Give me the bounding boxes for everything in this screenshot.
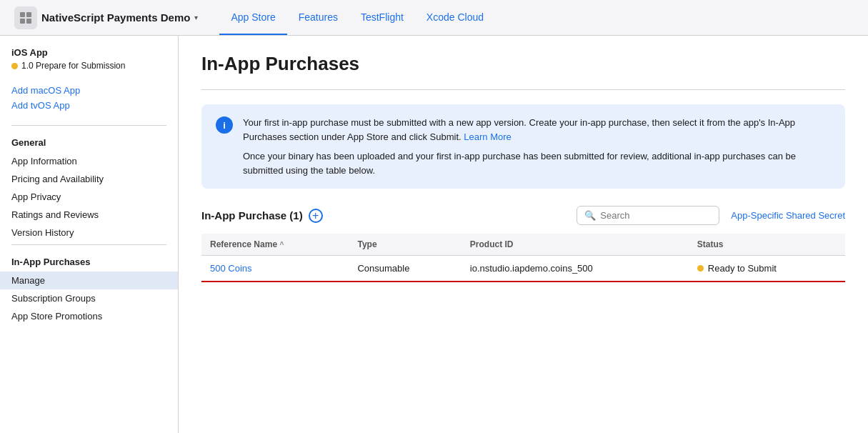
table-row: 500 Coins Consumable io.nstudio.iapdemo.… — [201, 256, 845, 282]
sidebar-item-app-privacy[interactable]: App Privacy — [0, 188, 178, 206]
page-title: In-App Purchases — [201, 53, 845, 75]
search-box[interactable]: 🔍 — [577, 206, 719, 225]
status-dot-yellow-row — [697, 265, 704, 272]
sidebar-item-app-store-promotions[interactable]: App Store Promotions — [0, 307, 178, 325]
info-text-1: Your first in-app purchase must be submi… — [243, 117, 795, 142]
info-icon: i — [216, 116, 233, 134]
sidebar-item-ratings[interactable]: Ratings and Reviews — [0, 206, 178, 224]
sidebar-item-subscription-groups[interactable]: Subscription Groups — [0, 289, 178, 307]
app-title: NativeScript Payments Demo — [41, 11, 190, 24]
tab-testflight[interactable]: TestFlight — [349, 0, 415, 35]
info-text-2: Once your binary has been uploaded and y… — [243, 151, 796, 176]
ios-version: 1.0 Prepare for Submission — [11, 61, 166, 71]
ios-app-label: iOS App — [11, 47, 166, 58]
sort-arrow: ^ — [279, 241, 284, 249]
version-label: 1.0 Prepare for Submission — [21, 61, 125, 71]
col-type: Type — [349, 234, 461, 256]
cell-product-id: io.nstudio.iapdemo.coins_500 — [462, 256, 689, 282]
status-dot-yellow — [11, 63, 18, 69]
main-content: In-App Purchases i Your first in-app pur… — [179, 36, 868, 433]
iap-group-label: In-App Purchases — [0, 254, 178, 272]
table-header-row: In-App Purchase (1) + 🔍 App-Specific Sha… — [201, 206, 845, 225]
table-title-text: In-App Purchase (1) — [201, 209, 303, 222]
general-group-label: General — [0, 134, 178, 152]
svg-rect-0 — [20, 12, 25, 17]
col-reference-name: Reference Name ^ — [201, 234, 349, 256]
reference-name-link[interactable]: 500 Coins — [210, 263, 252, 274]
sidebar-links: Add macOS App Add tvOS App — [0, 79, 178, 122]
table-controls: 🔍 App-Specific Shared Secret — [577, 206, 845, 225]
status-cell: Ready to Submit — [697, 263, 837, 274]
add-iap-button[interactable]: + — [309, 209, 323, 223]
top-nav: NativeScript Payments Demo ▾ App Store F… — [0, 0, 868, 36]
svg-rect-1 — [26, 12, 31, 17]
cell-type: Consumable — [349, 256, 461, 282]
svg-rect-3 — [26, 19, 31, 24]
cell-status: Ready to Submit — [689, 256, 845, 282]
table-title: In-App Purchase (1) + — [201, 209, 323, 223]
status-label: Ready to Submit — [708, 263, 777, 274]
learn-more-link[interactable]: Learn More — [464, 131, 511, 142]
col-product-id: Product ID — [462, 234, 689, 256]
tab-xcode-cloud[interactable]: Xcode Cloud — [415, 0, 495, 35]
sidebar-item-manage[interactable]: Manage — [0, 272, 178, 289]
iap-table: Reference Name ^ Type Product ID Status … — [201, 234, 845, 282]
layout: iOS App 1.0 Prepare for Submission Add m… — [0, 36, 868, 433]
sidebar-item-version-history[interactable]: Version History — [0, 224, 178, 242]
col-status: Status — [689, 234, 845, 256]
app-specific-shared-secret-link[interactable]: App-Specific Shared Secret — [731, 210, 845, 221]
app-icon — [14, 6, 37, 29]
app-title-area[interactable]: NativeScript Payments Demo ▾ — [14, 6, 198, 29]
info-text: Your first in-app purchase must be submi… — [243, 116, 831, 177]
sidebar-link-add-macos[interactable]: Add macOS App — [11, 85, 166, 96]
sidebar-item-app-information[interactable]: App Information — [0, 152, 178, 170]
cell-reference-name: 500 Coins — [201, 256, 349, 282]
ios-section: iOS App 1.0 Prepare for Submission — [0, 47, 178, 79]
app-dropdown-icon[interactable]: ▾ — [194, 14, 198, 21]
tab-features[interactable]: Features — [287, 0, 349, 35]
sidebar-divider-2 — [11, 244, 166, 245]
info-box: i Your first in-app purchase must be sub… — [201, 104, 845, 189]
table-header: Reference Name ^ Type Product ID Status — [201, 234, 845, 256]
search-input[interactable] — [600, 210, 712, 221]
sidebar-link-add-tvos[interactable]: Add tvOS App — [11, 100, 166, 111]
sidebar: iOS App 1.0 Prepare for Submission Add m… — [0, 36, 179, 433]
page-divider — [201, 89, 845, 90]
nav-tabs: App Store Features TestFlight Xcode Clou… — [219, 0, 495, 35]
tab-app-store[interactable]: App Store — [219, 0, 286, 35]
search-icon: 🔍 — [584, 210, 596, 221]
svg-rect-2 — [20, 19, 25, 24]
sidebar-item-pricing[interactable]: Pricing and Availability — [0, 170, 178, 188]
sidebar-divider — [11, 125, 166, 126]
